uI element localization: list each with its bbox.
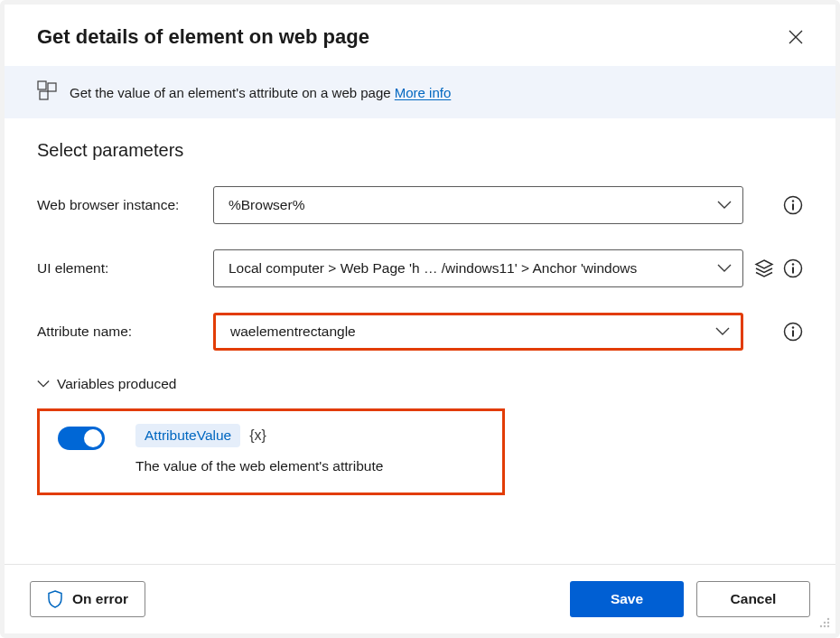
info-text: Get the value of an element's attribute …	[70, 85, 451, 100]
on-error-button[interactable]: On error	[30, 581, 145, 617]
variable-block: AttributeValue {x} The value of the web …	[37, 408, 505, 495]
row-ui-element: UI element: Local computer > Web Page 'h…	[37, 249, 803, 287]
variable-braces-icon: {x}	[249, 427, 266, 444]
browser-instance-value: %Browser%	[229, 197, 304, 213]
variable-content: AttributeValue {x} The value of the web …	[135, 424, 484, 474]
label-ui-element: UI element:	[37, 260, 213, 277]
svg-rect-8	[792, 267, 794, 274]
variable-description: The value of the web element's attribute	[135, 458, 484, 474]
svg-point-16	[824, 625, 826, 627]
dialog-footer: On error Save Cancel	[5, 564, 835, 633]
info-bar: Get the value of an element's attribute …	[5, 66, 835, 118]
on-error-label: On error	[72, 591, 128, 607]
save-button[interactable]: Save	[570, 581, 684, 617]
svg-point-4	[792, 200, 794, 202]
info-icon[interactable]	[783, 258, 803, 278]
action-icon	[37, 80, 57, 104]
action-dialog: Get details of element on web page Get t…	[0, 0, 840, 638]
ui-element-select[interactable]: Local computer > Web Page 'h … /windows1…	[213, 249, 743, 287]
info-icon[interactable]	[783, 195, 803, 215]
close-button[interactable]	[783, 24, 808, 50]
svg-point-15	[820, 625, 822, 627]
svg-point-10	[792, 326, 794, 328]
close-icon	[789, 30, 803, 44]
cancel-button[interactable]: Cancel	[696, 581, 810, 617]
info-description: Get the value of an element's attribute …	[70, 85, 395, 100]
svg-point-12	[827, 618, 829, 620]
chevron-down-icon	[37, 380, 50, 389]
variable-toggle[interactable]	[58, 427, 105, 450]
variables-produced-header[interactable]: Variables produced	[37, 376, 803, 392]
dialog-body: Select parameters Web browser instance: …	[5, 118, 835, 564]
shield-icon	[47, 590, 63, 608]
section-title: Select parameters	[37, 140, 803, 161]
variables-produced-title: Variables produced	[57, 376, 176, 392]
dialog-header: Get details of element on web page	[5, 5, 835, 66]
svg-point-14	[827, 622, 829, 624]
svg-rect-5	[792, 204, 794, 211]
svg-point-13	[824, 622, 826, 624]
browser-instance-select[interactable]: %Browser%	[213, 186, 743, 224]
layers-icon[interactable]	[754, 258, 774, 278]
variable-name[interactable]: AttributeValue	[135, 424, 240, 447]
svg-point-17	[827, 625, 829, 627]
attribute-name-value: waelementrectangle	[230, 324, 356, 340]
row-browser-instance: Web browser instance: %Browser%	[37, 186, 803, 224]
chevron-down-icon	[715, 327, 730, 336]
more-info-link[interactable]: More info	[395, 85, 452, 100]
svg-rect-11	[792, 331, 794, 337]
attribute-name-select[interactable]: waelementrectangle	[213, 313, 743, 351]
svg-rect-0	[38, 81, 46, 89]
resize-grip-icon[interactable]	[817, 615, 830, 628]
row-attribute-name: Attribute name: waelementrectangle	[37, 313, 803, 351]
svg-rect-2	[40, 91, 48, 99]
dialog-title: Get details of element on web page	[37, 25, 369, 49]
chevron-down-icon	[717, 264, 732, 273]
label-browser-instance: Web browser instance:	[37, 197, 213, 213]
svg-rect-1	[48, 83, 56, 91]
label-attribute-name: Attribute name:	[37, 324, 213, 340]
info-icon[interactable]	[783, 322, 803, 342]
ui-element-value: Local computer > Web Page 'h … /windows1…	[229, 260, 637, 277]
chevron-down-icon	[717, 201, 732, 210]
svg-point-7	[792, 263, 794, 265]
